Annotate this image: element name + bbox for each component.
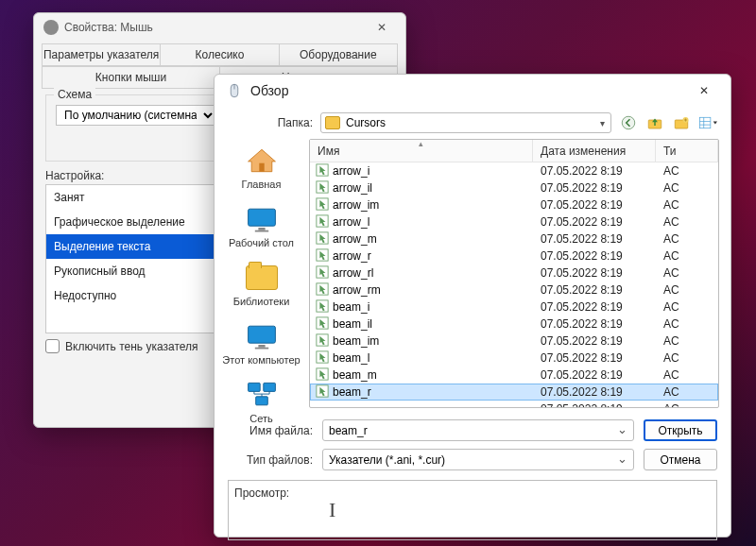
cursor-file-icon <box>316 180 329 196</box>
file-type: AC <box>656 164 718 178</box>
up-folder-icon[interactable] <box>645 113 664 132</box>
cursor-file-icon <box>316 350 329 367</box>
file-date: 07.05.2022 8:19 <box>533 164 656 178</box>
listview-header[interactable]: Имя ▴ Дата изменения Ти <box>310 140 718 162</box>
cancel-button[interactable]: Отмена <box>644 449 717 470</box>
file-date: 07.05.2022 8:19 <box>533 266 656 280</box>
window-title: Свойства: Мышь <box>64 21 364 34</box>
folder-icon <box>246 265 278 290</box>
file-row[interactable]: arrow_rl07.05.2022 8:19AC <box>310 264 718 282</box>
file-row[interactable]: beam_i07.05.2022 8:19AC <box>310 299 718 316</box>
svg-rect-18 <box>263 383 275 391</box>
shadow-checkbox-label: Включить тень указателя <box>65 340 198 353</box>
file-name: arrow_l <box>333 215 369 229</box>
ibeam-cursor-icon: I <box>329 498 335 522</box>
back-icon[interactable] <box>619 113 638 132</box>
file-listview[interactable]: Имя ▴ Дата изменения Ти arrow_i07.05.202… <box>309 139 719 408</box>
file-row[interactable]: 07.05.2022 8:19AC <box>310 401 718 407</box>
new-folder-icon[interactable] <box>672 113 691 132</box>
view-menu-icon[interactable] <box>698 113 717 132</box>
svg-rect-17 <box>248 383 260 391</box>
filetype-select[interactable]: Указатели (*.ani, *.cur) <box>322 449 634 470</box>
file-name: arrow_i <box>333 164 369 178</box>
sort-asc-icon: ▴ <box>419 139 423 148</box>
file-date: 07.05.2022 8:19 <box>533 198 656 212</box>
cursor-file-icon <box>316 367 329 384</box>
file-type: AC <box>656 385 718 399</box>
file-open-dialog: Обзор ✕ Папка: Cursors Главная <box>214 74 731 537</box>
header-name[interactable]: Имя ▴ <box>310 140 533 162</box>
preview-label: Просмотр: <box>229 481 301 539</box>
cursor-file-icon <box>316 197 329 213</box>
folder-combobox[interactable]: Cursors <box>320 112 611 133</box>
file-type: AC <box>656 198 718 212</box>
file-row[interactable]: beam_r07.05.2022 8:19AC <box>310 384 718 401</box>
tab-pointer-options[interactable]: Параметры указателя <box>42 43 161 66</box>
file-type: AC <box>656 317 718 331</box>
svg-rect-12 <box>258 228 265 230</box>
file-name: beam_il <box>333 317 372 331</box>
file-name: arrow_rl <box>333 266 373 280</box>
filename-label: Имя файла: <box>228 424 313 437</box>
file-type: AC <box>656 334 718 348</box>
tab-hardware[interactable]: Оборудование <box>279 43 398 66</box>
place-home[interactable]: Главная <box>215 141 308 199</box>
place-this-pc[interactable]: Этот компьютер <box>215 316 308 375</box>
tab-wheel[interactable]: Колесико <box>160 43 279 66</box>
folder-label: Папка: <box>228 116 313 129</box>
cursor-file-icon <box>316 299 329 316</box>
places-bar: Главная Рабочий стол Библиотеки Этот ком… <box>215 139 309 408</box>
titlebar[interactable]: Свойства: Мышь ✕ <box>34 13 405 42</box>
open-button[interactable]: Открыть <box>644 419 717 441</box>
file-row[interactable]: arrow_l07.05.2022 8:19AC <box>310 213 718 230</box>
cursor-file-icon <box>316 214 329 230</box>
file-name: arrow_r <box>333 249 371 263</box>
file-row[interactable]: beam_im07.05.2022 8:19AC <box>310 333 718 350</box>
cursor-file-icon <box>316 282 329 299</box>
mouse-icon <box>226 82 243 99</box>
file-date: 07.05.2022 8:19 <box>533 215 656 229</box>
file-row[interactable]: beam_m07.05.2022 8:19AC <box>310 367 718 384</box>
file-type: AC <box>656 351 718 365</box>
filetype-label: Тип файлов: <box>228 453 313 467</box>
file-name: arrow_im <box>333 198 379 212</box>
cursor-file-icon <box>316 248 329 264</box>
mouse-icon <box>43 20 59 35</box>
file-date: 07.05.2022 8:19 <box>533 249 656 263</box>
cursor-file-icon <box>316 316 329 333</box>
svg-rect-13 <box>254 230 267 232</box>
cursor-file-icon <box>316 384 329 401</box>
file-row[interactable]: arrow_i07.05.2022 8:19AC <box>310 162 718 179</box>
file-name: arrow_il <box>333 181 372 195</box>
file-row[interactable]: beam_il07.05.2022 8:19AC <box>310 316 718 333</box>
file-row[interactable]: beam_l07.05.2022 8:19AC <box>310 350 718 367</box>
scheme-select[interactable]: По умолчанию (системная) <box>56 105 216 126</box>
preview-area: Просмотр: I <box>228 480 717 540</box>
tab-buttons[interactable]: Кнопки мыши <box>42 66 220 89</box>
file-type: AC <box>656 215 718 229</box>
svg-rect-16 <box>254 348 267 350</box>
filename-input[interactable]: beam_r <box>322 419 634 441</box>
file-row[interactable]: arrow_rm07.05.2022 8:19AC <box>310 282 718 299</box>
titlebar[interactable]: Обзор ✕ <box>215 75 730 107</box>
file-name: arrow_m <box>333 232 377 246</box>
scheme-group-label: Схема <box>54 88 95 101</box>
file-row[interactable]: arrow_im07.05.2022 8:19AC <box>310 196 718 213</box>
file-row[interactable]: arrow_il07.05.2022 8:19AC <box>310 179 718 196</box>
shadow-checkbox[interactable] <box>45 339 60 353</box>
svg-rect-11 <box>248 209 275 226</box>
file-date: 07.05.2022 8:19 <box>533 181 656 195</box>
place-desktop[interactable]: Рабочий стол <box>215 199 308 258</box>
place-libraries[interactable]: Библиотеки <box>215 258 308 316</box>
close-icon[interactable]: ✕ <box>364 17 400 38</box>
cursor-file-icon <box>316 231 329 247</box>
header-type[interactable]: Ти <box>656 140 718 162</box>
header-date[interactable]: Дата изменения <box>533 140 656 162</box>
close-icon[interactable]: ✕ <box>683 77 725 105</box>
file-name: beam_i <box>333 300 369 314</box>
file-row[interactable]: arrow_r07.05.2022 8:19AC <box>310 247 718 264</box>
folder-icon <box>325 116 340 129</box>
file-name: beam_im <box>333 334 379 348</box>
folder-value: Cursors <box>346 116 386 129</box>
file-row[interactable]: arrow_m07.05.2022 8:19AC <box>310 230 718 247</box>
